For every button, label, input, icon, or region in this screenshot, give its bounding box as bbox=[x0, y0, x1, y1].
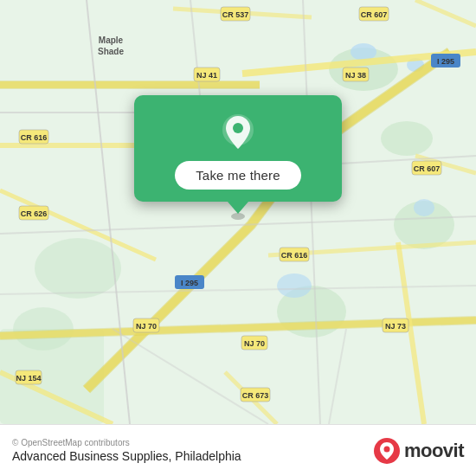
svg-text:CR 616: CR 616 bbox=[281, 251, 308, 260]
svg-text:CR 537: CR 537 bbox=[222, 10, 249, 19]
svg-text:NJ 70: NJ 70 bbox=[244, 339, 265, 348]
svg-text:Maple: Maple bbox=[99, 35, 124, 45]
location-pin-icon bbox=[217, 111, 259, 152]
svg-text:CR 673: CR 673 bbox=[242, 391, 269, 400]
svg-text:CR 626: CR 626 bbox=[21, 209, 48, 218]
svg-text:I 295: I 295 bbox=[181, 279, 198, 287]
svg-text:NJ 38: NJ 38 bbox=[345, 71, 366, 80]
svg-point-73 bbox=[383, 446, 389, 452]
svg-point-5 bbox=[35, 238, 121, 299]
svg-text:CR 616: CR 616 bbox=[21, 133, 48, 142]
svg-text:Shade: Shade bbox=[98, 47, 124, 56]
bottom-bar: © OpenStreetMap contributors Advanced Bu… bbox=[0, 424, 476, 476]
popup-card: Take me there bbox=[134, 95, 342, 202]
map-container: I 295 I 295 I 295 CR 537 CR 607 NJ 41 NJ… bbox=[0, 0, 476, 424]
svg-text:NJ 73: NJ 73 bbox=[385, 322, 406, 331]
take-me-there-button[interactable]: Take me there bbox=[175, 161, 301, 190]
moovit-logo: moovit bbox=[373, 437, 464, 465]
svg-text:NJ 70: NJ 70 bbox=[136, 322, 157, 331]
svg-point-10 bbox=[414, 199, 434, 216]
svg-text:CR 607: CR 607 bbox=[361, 10, 388, 19]
svg-text:CR 607: CR 607 bbox=[414, 164, 441, 173]
svg-point-69 bbox=[231, 213, 245, 220]
bottom-left-info: © OpenStreetMap contributors Advanced Bu… bbox=[12, 438, 241, 463]
svg-point-71 bbox=[233, 123, 243, 133]
moovit-brand-text: moovit bbox=[404, 440, 464, 462]
moovit-icon bbox=[373, 437, 401, 465]
svg-text:NJ 41: NJ 41 bbox=[196, 71, 217, 80]
svg-point-2 bbox=[381, 121, 433, 156]
business-name: Advanced Business Supplies, Philadelphia bbox=[12, 449, 241, 463]
copyright-text: © OpenStreetMap contributors bbox=[12, 438, 241, 447]
svg-text:NJ 154: NJ 154 bbox=[16, 374, 41, 383]
svg-point-11 bbox=[277, 273, 312, 298]
svg-point-8 bbox=[351, 43, 376, 61]
svg-text:I 295: I 295 bbox=[437, 57, 454, 66]
